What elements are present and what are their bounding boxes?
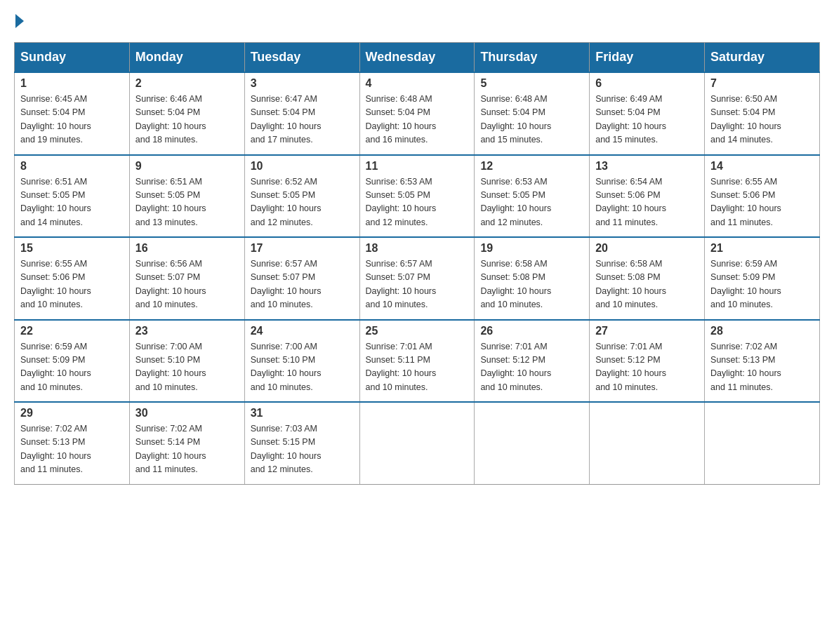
day-info: Sunrise: 6:57 AMSunset: 5:07 PMDaylight:… [366,257,469,312]
calendar-day-11: 11 Sunrise: 6:53 AMSunset: 5:05 PMDaylig… [359,155,475,238]
day-number: 10 [251,160,354,173]
day-info: Sunrise: 6:55 AMSunset: 5:06 PMDaylight:… [710,175,814,230]
day-number: 9 [135,160,239,173]
day-number: 18 [366,242,469,255]
day-number: 12 [480,160,583,173]
day-info: Sunrise: 6:56 AMSunset: 5:07 PMDaylight:… [135,257,239,312]
day-info: Sunrise: 6:53 AMSunset: 5:05 PMDaylight:… [366,175,469,230]
day-info: Sunrise: 6:59 AMSunset: 5:09 PMDaylight:… [20,340,124,395]
calendar-day-7: 7 Sunrise: 6:50 AMSunset: 5:04 PMDayligh… [705,72,820,155]
page-header [14,14,820,28]
day-number: 27 [595,325,699,337]
day-info: Sunrise: 6:58 AMSunset: 5:08 PMDaylight:… [595,257,699,312]
calendar-day-15: 15 Sunrise: 6:55 AMSunset: 5:06 PMDaylig… [15,237,130,320]
day-number: 23 [135,325,239,337]
calendar-day-23: 23 Sunrise: 7:00 AMSunset: 5:10 PMDaylig… [129,320,244,403]
calendar-day-22: 22 Sunrise: 6:59 AMSunset: 5:09 PMDaylig… [15,320,130,403]
day-info: Sunrise: 6:52 AMSunset: 5:05 PMDaylight:… [251,175,354,230]
day-info: Sunrise: 6:50 AMSunset: 5:04 PMDaylight:… [710,93,814,147]
day-number: 3 [251,77,354,90]
calendar-day-6: 6 Sunrise: 6:49 AMSunset: 5:04 PMDayligh… [590,72,705,155]
day-info: Sunrise: 6:47 AMSunset: 5:04 PMDaylight:… [251,93,354,147]
day-header-monday: Monday [129,43,244,73]
day-info: Sunrise: 6:53 AMSunset: 5:05 PMDaylight:… [480,175,583,230]
day-info: Sunrise: 6:51 AMSunset: 5:05 PMDaylight:… [135,175,239,230]
calendar-day-9: 9 Sunrise: 6:51 AMSunset: 5:05 PMDayligh… [129,155,244,238]
day-info: Sunrise: 6:51 AMSunset: 5:05 PMDaylight:… [20,175,124,230]
day-info: Sunrise: 6:58 AMSunset: 5:08 PMDaylight:… [480,257,583,312]
calendar-day-30: 30 Sunrise: 7:02 AMSunset: 5:14 PMDaylig… [129,402,244,484]
day-info: Sunrise: 7:02 AMSunset: 5:13 PMDaylight:… [20,422,124,477]
calendar-day-1: 1 Sunrise: 6:45 AMSunset: 5:04 PMDayligh… [15,72,130,155]
day-info: Sunrise: 6:48 AMSunset: 5:04 PMDaylight:… [480,93,583,147]
day-info: Sunrise: 6:45 AMSunset: 5:04 PMDaylight:… [20,93,124,147]
day-header-sunday: Sunday [15,43,130,73]
day-number: 16 [135,242,239,255]
day-header-thursday: Thursday [475,43,590,73]
calendar-day-28: 28 Sunrise: 7:02 AMSunset: 5:13 PMDaylig… [705,320,820,403]
logo [14,14,25,28]
calendar-day-13: 13 Sunrise: 6:54 AMSunset: 5:06 PMDaylig… [590,155,705,238]
calendar-day-5: 5 Sunrise: 6:48 AMSunset: 5:04 PMDayligh… [475,72,590,155]
day-info: Sunrise: 7:00 AMSunset: 5:10 PMDaylight:… [251,340,354,395]
day-number: 7 [710,77,814,90]
day-number: 21 [710,242,814,255]
calendar-table: SundayMondayTuesdayWednesdayThursdayFrid… [14,42,820,485]
calendar-day-14: 14 Sunrise: 6:55 AMSunset: 5:06 PMDaylig… [705,155,820,238]
day-info: Sunrise: 6:48 AMSunset: 5:04 PMDaylight:… [366,93,469,147]
day-number: 13 [595,160,699,173]
calendar-day-2: 2 Sunrise: 6:46 AMSunset: 5:04 PMDayligh… [129,72,244,155]
day-info: Sunrise: 6:46 AMSunset: 5:04 PMDaylight:… [135,93,239,147]
day-number: 30 [135,407,239,420]
day-info: Sunrise: 6:54 AMSunset: 5:06 PMDaylight:… [595,175,699,230]
day-info: Sunrise: 7:03 AMSunset: 5:15 PMDaylight:… [251,422,354,477]
day-number: 31 [251,407,354,420]
day-header-tuesday: Tuesday [244,43,359,73]
day-info: Sunrise: 7:02 AMSunset: 5:13 PMDaylight:… [710,340,814,395]
empty-cell [590,402,705,484]
calendar-day-27: 27 Sunrise: 7:01 AMSunset: 5:12 PMDaylig… [590,320,705,403]
empty-cell [475,402,590,484]
calendar-day-4: 4 Sunrise: 6:48 AMSunset: 5:04 PMDayligh… [359,72,475,155]
day-number: 24 [251,325,354,337]
day-header-saturday: Saturday [705,43,820,73]
day-header-friday: Friday [590,43,705,73]
calendar-day-20: 20 Sunrise: 6:58 AMSunset: 5:08 PMDaylig… [590,237,705,320]
day-info: Sunrise: 7:00 AMSunset: 5:10 PMDaylight:… [135,340,239,395]
calendar-day-12: 12 Sunrise: 6:53 AMSunset: 5:05 PMDaylig… [475,155,590,238]
day-header-wednesday: Wednesday [359,43,475,73]
calendar-day-17: 17 Sunrise: 6:57 AMSunset: 5:07 PMDaylig… [244,237,359,320]
day-number: 22 [20,325,124,337]
day-number: 14 [710,160,814,173]
day-info: Sunrise: 6:55 AMSunset: 5:06 PMDaylight:… [20,257,124,312]
day-info: Sunrise: 7:01 AMSunset: 5:12 PMDaylight:… [595,340,699,395]
logo-arrow-icon [15,14,24,28]
day-info: Sunrise: 6:57 AMSunset: 5:07 PMDaylight:… [251,257,354,312]
day-number: 5 [480,77,583,90]
day-number: 26 [480,325,583,337]
calendar-day-29: 29 Sunrise: 7:02 AMSunset: 5:13 PMDaylig… [15,402,130,484]
day-info: Sunrise: 6:59 AMSunset: 5:09 PMDaylight:… [710,257,814,312]
calendar-day-21: 21 Sunrise: 6:59 AMSunset: 5:09 PMDaylig… [705,237,820,320]
day-info: Sunrise: 6:49 AMSunset: 5:04 PMDaylight:… [595,93,699,147]
day-number: 29 [20,407,124,420]
calendar-day-10: 10 Sunrise: 6:52 AMSunset: 5:05 PMDaylig… [244,155,359,238]
day-number: 19 [480,242,583,255]
day-number: 1 [20,77,124,90]
day-number: 28 [710,325,814,337]
day-number: 15 [20,242,124,255]
empty-cell [705,402,820,484]
calendar-day-16: 16 Sunrise: 6:56 AMSunset: 5:07 PMDaylig… [129,237,244,320]
day-number: 4 [366,77,469,90]
calendar-day-24: 24 Sunrise: 7:00 AMSunset: 5:10 PMDaylig… [244,320,359,403]
day-number: 17 [251,242,354,255]
day-number: 2 [135,77,239,90]
calendar-day-31: 31 Sunrise: 7:03 AMSunset: 5:15 PMDaylig… [244,402,359,484]
day-info: Sunrise: 7:01 AMSunset: 5:12 PMDaylight:… [480,340,583,395]
day-number: 25 [366,325,469,337]
calendar-day-3: 3 Sunrise: 6:47 AMSunset: 5:04 PMDayligh… [244,72,359,155]
empty-cell [359,402,475,484]
calendar-day-25: 25 Sunrise: 7:01 AMSunset: 5:11 PMDaylig… [359,320,475,403]
calendar-day-18: 18 Sunrise: 6:57 AMSunset: 5:07 PMDaylig… [359,237,475,320]
day-info: Sunrise: 7:02 AMSunset: 5:14 PMDaylight:… [135,422,239,477]
